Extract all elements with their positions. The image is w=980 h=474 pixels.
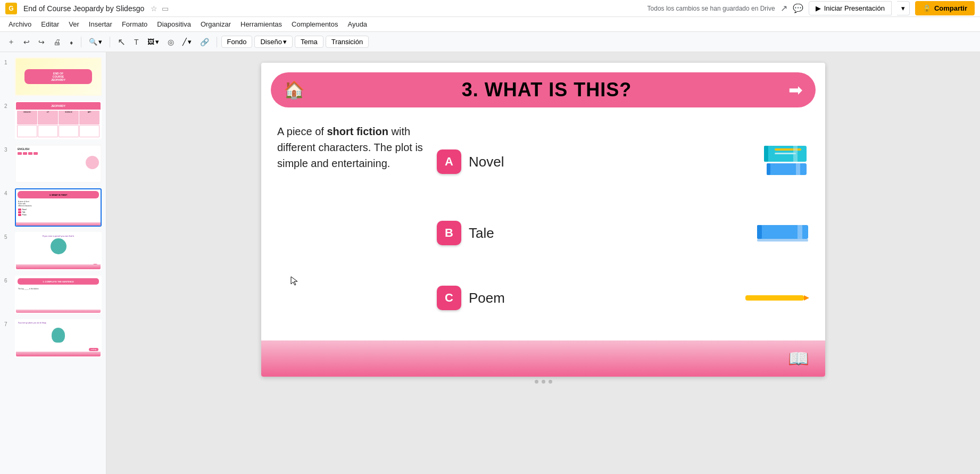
menu-ayuda[interactable]: Ayuda: [343, 19, 371, 30]
slide-title: 3. WHAT IS THIS?: [462, 79, 632, 101]
dot-2: [542, 380, 545, 384]
dot-3: [549, 380, 552, 384]
toolbar-sep-2: [110, 37, 110, 47]
next-arrow-icon: ➡: [788, 80, 803, 100]
slide-preview-3[interactable]: ENGLISH: [15, 145, 102, 183]
menu-archivo[interactable]: Archivo: [4, 19, 36, 30]
diseno-dropdown[interactable]: Diseño▾: [254, 36, 292, 48]
thumb6-footer: [16, 310, 101, 313]
answer-text-c: Poem: [469, 290, 505, 306]
home-icon: 🏠: [284, 80, 305, 100]
svg-rect-12: [745, 295, 804, 301]
paintformat-button[interactable]: ⬧: [66, 36, 77, 48]
slide-dots: [535, 377, 552, 387]
menu-ver[interactable]: Ver: [64, 19, 84, 30]
slide-preview-7[interactable]: If you ever go places, you can do things…: [15, 319, 102, 357]
undo-button[interactable]: ↩: [20, 36, 33, 48]
slide-question: A piece of short fiction with different …: [277, 118, 426, 335]
add-slide-button[interactable]: ＋: [4, 35, 18, 49]
slide-preview-1[interactable]: END OFCOURSEJEOPARDY: [15, 57, 102, 96]
slide-thumb-1[interactable]: 1 END OFCOURSEJEOPARDY: [3, 56, 103, 97]
trend-icon[interactable]: ↗: [780, 3, 787, 13]
svg-rect-10: [798, 225, 802, 239]
textbox-tool[interactable]: T: [131, 36, 142, 48]
svg-rect-11: [757, 239, 808, 242]
present-dropdown-button[interactable]: ▾: [897, 1, 910, 15]
link-tool[interactable]: 🔗: [197, 36, 212, 48]
answer-row-a: A Novel: [437, 143, 809, 180]
dot-1: [535, 380, 538, 384]
svg-marker-13: [804, 295, 809, 301]
present-button[interactable]: ▶ Iniciar Presentación: [809, 1, 892, 15]
svg-rect-7: [796, 163, 800, 175]
menu-formato[interactable]: Formato: [118, 19, 152, 30]
slide-panel: 1 END OFCOURSEJEOPARDY 2 JEOPA: [0, 52, 106, 474]
app-icon: G: [5, 3, 17, 14]
book-teal-svg: [761, 143, 809, 180]
slide-thumb-2[interactable]: 2 JEOPARDY ENGLISH LIT SCIENCE ART: [3, 100, 103, 140]
redo-button[interactable]: ↪: [35, 36, 48, 48]
folder-icon[interactable]: ▭: [162, 4, 169, 13]
autosave-text: Todos los cambios se han guardado en Dri…: [647, 5, 775, 12]
star-icon[interactable]: ☆: [151, 4, 157, 13]
menu-editar[interactable]: Editar: [37, 19, 63, 30]
menubar: Archivo Editar Ver Insertar Formato Diap…: [0, 17, 980, 32]
svg-rect-5: [767, 163, 807, 175]
slide-thumb-3[interactable]: 3 ENGLISH: [3, 144, 103, 184]
answer-badge-b: B: [437, 221, 461, 245]
slide-preview-2[interactable]: JEOPARDY ENGLISH LIT SCIENCE ART: [15, 101, 102, 139]
main: 1 END OFCOURSEJEOPARDY 2 JEOPA: [0, 52, 980, 474]
doc-title: End of Course Jeopardy by Slidesgo: [23, 4, 144, 13]
image-tool[interactable]: 🖼▾: [144, 36, 162, 47]
fondo-label[interactable]: Fondo: [221, 36, 253, 48]
svg-rect-9: [757, 225, 762, 239]
slide-thumb-4[interactable]: 4 3. WHAT IS THIS? A piece of shortficti…: [3, 187, 103, 228]
slide-thumb-6[interactable]: 6 1. COMPLETE THE SENTENCE The boy _____…: [3, 275, 103, 315]
toolbar-sep-1: [81, 37, 81, 47]
tema-label[interactable]: Tema: [295, 36, 323, 48]
slide-canvas: 🏠 3. WHAT IS THIS? ➡ A piece of short fi…: [261, 63, 825, 377]
thumb7-footer: [16, 352, 101, 356]
slide-preview-5[interactable]: If you ever a pencil you can find it: [15, 232, 102, 270]
print-button[interactable]: 🖨: [50, 36, 64, 48]
menu-herramientas[interactable]: Herramientas: [236, 19, 286, 30]
zoom-dropdown[interactable]: 🔍▾: [86, 36, 105, 47]
answer-text-a: Novel: [469, 154, 504, 170]
menu-organizar[interactable]: Organizar: [196, 19, 235, 30]
book-blue-svg: [756, 220, 809, 246]
answer-badge-a: A: [437, 149, 461, 174]
slide-header: 🏠 3. WHAT IS THIS? ➡: [271, 72, 816, 107]
book-a-image: [761, 143, 809, 180]
svg-rect-6: [767, 163, 770, 175]
thumb4-footer: [16, 222, 101, 226]
cursor-tool[interactable]: ↖: [114, 34, 129, 50]
slide-thumb-5[interactable]: 5 If you ever a pencil you can find it: [3, 231, 103, 271]
comment-icon[interactable]: 💬: [793, 3, 803, 13]
shape-tool[interactable]: ◎: [164, 36, 177, 48]
slide-preview-6[interactable]: 1. COMPLETE THE SENTENCE The boy _____ i…: [15, 276, 102, 314]
topbar: G End of Course Jeopardy by Slidesgo ☆ ▭…: [0, 0, 980, 17]
slide-preview-4[interactable]: 3. WHAT IS THIS? A piece of shortfiction…: [15, 188, 102, 227]
slide-body: A piece of short fiction with different …: [261, 113, 825, 340]
slide-answers: A Novel: [437, 118, 809, 335]
thumb5-footer: [16, 264, 101, 269]
svg-rect-1: [764, 146, 768, 162]
menu-insertar[interactable]: Insertar: [85, 19, 117, 30]
line-tool[interactable]: ╱▾: [179, 36, 195, 47]
open-book-icon: 📖: [788, 348, 809, 369]
menu-diapositiva[interactable]: Diapositiva: [153, 19, 195, 30]
slide-footer: 📖: [261, 340, 825, 377]
pencil-svg: [745, 293, 809, 303]
answer-badge-c: C: [437, 286, 461, 310]
canvas-area[interactable]: 🏠 3. WHAT IS THIS? ➡ A piece of short fi…: [106, 52, 980, 474]
transicion-label[interactable]: Transición: [326, 36, 369, 48]
svg-rect-3: [775, 153, 796, 154]
svg-rect-4: [793, 146, 798, 162]
answer-row-b: B Tale: [437, 220, 809, 246]
answer-text-b: Tale: [469, 225, 494, 242]
menu-complementos[interactable]: Complementos: [287, 19, 342, 30]
toolbar: ＋ ↩ ↪ 🖨 ⬧ 🔍▾ ↖ T 🖼▾ ◎ ╱▾ 🔗 Fondo Diseño▾…: [0, 32, 980, 52]
toolbar-sep-3: [217, 37, 217, 47]
share-button[interactable]: 🔒 Compartir: [915, 1, 975, 15]
slide-thumb-7[interactable]: 7 If you ever go places, you can do thin…: [3, 318, 103, 359]
